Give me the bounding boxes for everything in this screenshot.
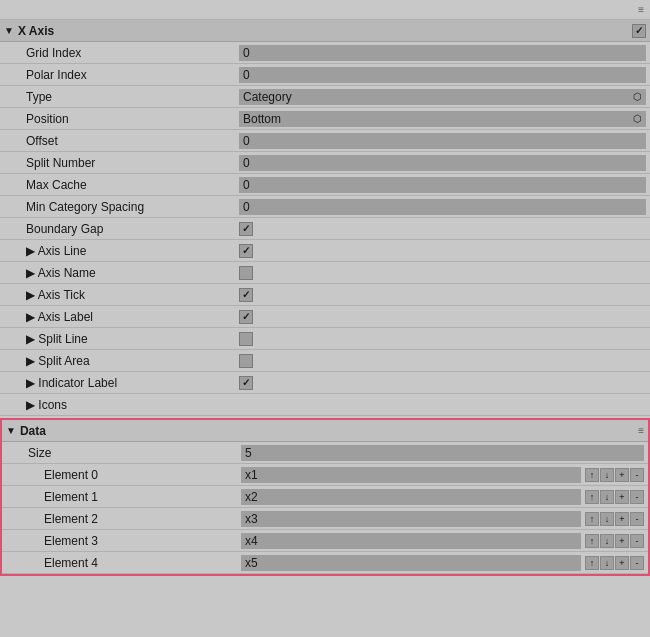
- min-category-spacing-row: Min Category Spacing: [0, 196, 650, 218]
- indicator-label-checkbox[interactable]: [239, 376, 253, 390]
- inspector-panel: ≡ ▼ X Axis Grid Index Polar Index Type C…: [0, 0, 650, 576]
- type-dropdown-value: Category: [243, 90, 292, 104]
- element-1-up-button[interactable]: ↑: [585, 490, 599, 504]
- polar-index-input[interactable]: [239, 67, 646, 83]
- split-number-row: Split Number: [0, 152, 650, 174]
- x-axis-section-header[interactable]: ▼ X Axis: [0, 20, 650, 42]
- element-3-input[interactable]: [241, 533, 581, 549]
- element-4-buttons: ↑ ↓ + -: [585, 556, 644, 570]
- grid-index-row: Grid Index: [0, 42, 650, 64]
- axis-name-row[interactable]: ▶ Axis Name: [0, 262, 650, 284]
- type-dropdown-arrow-icon: ⬡: [633, 91, 642, 102]
- element-1-buttons: ↑ ↓ + -: [585, 490, 644, 504]
- axis-name-value: [239, 266, 646, 280]
- grid-index-value: [239, 45, 646, 61]
- element-4-up-button[interactable]: ↑: [585, 556, 599, 570]
- element-0-row: Element 0 ↑ ↓ + -: [2, 464, 648, 486]
- split-number-label: Split Number: [4, 156, 239, 170]
- split-line-arrow-icon: ▶: [26, 332, 38, 346]
- data-section-arrow-icon: ▼: [6, 425, 16, 436]
- position-value: Bottom ⬡: [239, 111, 646, 127]
- element-0-remove-button[interactable]: -: [630, 468, 644, 482]
- element-2-input[interactable]: [241, 511, 581, 527]
- data-section-label: Data: [20, 424, 632, 438]
- position-dropdown[interactable]: Bottom ⬡: [239, 111, 646, 127]
- axis-tick-checkbox[interactable]: [239, 288, 253, 302]
- min-category-spacing-input[interactable]: [239, 199, 646, 215]
- element-2-remove-button[interactable]: -: [630, 512, 644, 526]
- grid-index-input[interactable]: [239, 45, 646, 61]
- position-dropdown-arrow-icon: ⬡: [633, 113, 642, 124]
- element-0-add-button[interactable]: +: [615, 468, 629, 482]
- offset-value: [239, 133, 646, 149]
- split-area-checkbox[interactable]: [239, 354, 253, 368]
- type-row: Type Category ⬡: [0, 86, 650, 108]
- element-2-label: Element 2: [6, 512, 241, 526]
- element-4-remove-button[interactable]: -: [630, 556, 644, 570]
- element-1-down-button[interactable]: ↓: [600, 490, 614, 504]
- max-cache-input[interactable]: [239, 177, 646, 193]
- boundary-gap-label: Boundary Gap: [4, 222, 239, 236]
- split-line-label: ▶ Split Line: [4, 332, 239, 346]
- axis-name-checkbox[interactable]: [239, 266, 253, 280]
- element-1-input[interactable]: [241, 489, 581, 505]
- max-cache-label: Max Cache: [4, 178, 239, 192]
- x-axis-label: X Axis: [18, 24, 632, 38]
- type-value: Category ⬡: [239, 89, 646, 105]
- indicator-label-value: [239, 376, 646, 390]
- type-label: Type: [4, 90, 239, 104]
- data-size-input[interactable]: [241, 445, 644, 461]
- axis-label-label: ▶ Axis Label: [4, 310, 239, 324]
- top-bar: ≡: [0, 0, 650, 20]
- split-area-row[interactable]: ▶ Split Area: [0, 350, 650, 372]
- axis-line-row[interactable]: ▶ Axis Line: [0, 240, 650, 262]
- element-3-down-button[interactable]: ↓: [600, 534, 614, 548]
- boundary-gap-value: [239, 222, 646, 236]
- element-1-add-button[interactable]: +: [615, 490, 629, 504]
- type-dropdown[interactable]: Category ⬡: [239, 89, 646, 105]
- element-1-remove-button[interactable]: -: [630, 490, 644, 504]
- axis-tick-label: ▶ Axis Tick: [4, 288, 239, 302]
- element-4-label: Element 4: [6, 556, 241, 570]
- element-3-value: [241, 533, 581, 549]
- axis-line-checkbox[interactable]: [239, 244, 253, 258]
- element-4-value: [241, 555, 581, 571]
- indicator-label-arrow-icon: ▶: [26, 376, 38, 390]
- axis-label-checkbox[interactable]: [239, 310, 253, 324]
- offset-input[interactable]: [239, 133, 646, 149]
- indicator-label-row[interactable]: ▶ Indicator Label: [0, 372, 650, 394]
- element-1-value: [241, 489, 581, 505]
- icons-arrow-icon: ▶: [26, 398, 38, 412]
- element-2-down-button[interactable]: ↓: [600, 512, 614, 526]
- element-2-add-button[interactable]: +: [615, 512, 629, 526]
- grid-index-label: Grid Index: [4, 46, 239, 60]
- element-4-input[interactable]: [241, 555, 581, 571]
- element-3-add-button[interactable]: +: [615, 534, 629, 548]
- min-category-spacing-value: [239, 199, 646, 215]
- data-section: ▼ Data ≡ Size Element 0 ↑ ↓ + -: [0, 418, 650, 576]
- data-section-header[interactable]: ▼ Data ≡: [2, 420, 648, 442]
- axis-label-row[interactable]: ▶ Axis Label: [0, 306, 650, 328]
- axis-tick-row[interactable]: ▶ Axis Tick: [0, 284, 650, 306]
- split-number-input[interactable]: [239, 155, 646, 171]
- element-4-down-button[interactable]: ↓: [600, 556, 614, 570]
- boundary-gap-checkbox[interactable]: [239, 222, 253, 236]
- split-line-checkbox[interactable]: [239, 332, 253, 346]
- element-3-remove-button[interactable]: -: [630, 534, 644, 548]
- split-line-row[interactable]: ▶ Split Line: [0, 328, 650, 350]
- element-4-add-button[interactable]: +: [615, 556, 629, 570]
- element-0-input[interactable]: [241, 467, 581, 483]
- axis-line-label: ▶ Axis Line: [4, 244, 239, 258]
- element-0-down-button[interactable]: ↓: [600, 468, 614, 482]
- data-section-menu-icon[interactable]: ≡: [638, 425, 644, 436]
- element-2-up-button[interactable]: ↑: [585, 512, 599, 526]
- top-menu-icon[interactable]: ≡: [638, 4, 644, 15]
- element-2-value: [241, 511, 581, 527]
- x-axis-checkbox[interactable]: [632, 24, 646, 38]
- max-cache-row: Max Cache: [0, 174, 650, 196]
- axis-line-value: [239, 244, 646, 258]
- element-3-up-button[interactable]: ↑: [585, 534, 599, 548]
- icons-row[interactable]: ▶ Icons: [0, 394, 650, 416]
- element-0-up-button[interactable]: ↑: [585, 468, 599, 482]
- polar-index-value: [239, 67, 646, 83]
